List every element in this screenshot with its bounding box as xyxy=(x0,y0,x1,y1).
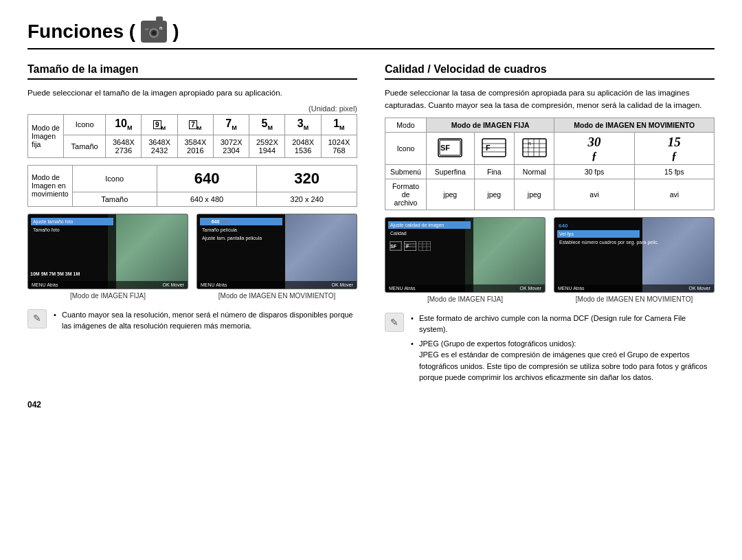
moving-tamano-header: Tamaño xyxy=(72,192,157,206)
formato-superfina: jpeg xyxy=(427,179,475,210)
svg-rect-1 xyxy=(150,23,156,27)
cam-icon-7m: 7M xyxy=(49,271,56,276)
icon-superfina: SF xyxy=(427,132,475,164)
svg-text:SF: SF xyxy=(440,144,450,152)
icon-30fps: 30ƒ xyxy=(554,132,634,164)
moving-mode-label: Modo deImagen enmovimiento xyxy=(28,165,73,206)
screenshot-label-fixed-right: [Modo de IMAGEN FIJA] xyxy=(385,295,546,303)
note-text-right: Este formato de archivo cumple con la no… xyxy=(411,313,715,386)
submenu-row-label: Submenú xyxy=(385,164,427,179)
cam-back-left: MENU Atrás xyxy=(32,282,58,287)
cam-back-moving-left: MENU Atrás xyxy=(201,282,227,287)
modo-col-header: Modo xyxy=(385,117,427,132)
cam-menu-item-mov-2: Tamaño película xyxy=(200,226,282,234)
quality-table: Modo Modo de IMAGEN FIJA Modo de IMAGEN … xyxy=(385,117,715,210)
screenshot-label-moving-left: [Modo de IMAGEN EN MOVIMIENTO] xyxy=(196,292,357,300)
cam-icon-3m: 3M xyxy=(65,271,72,276)
cam-icon-5m: 5M xyxy=(57,271,64,276)
mov-col-header: Modo de IMAGEN EN MOVIMIENTO xyxy=(554,117,715,132)
note-text-left: Cuanto mayor sea la resolución, menor se… xyxy=(54,309,357,335)
size-2592-1944: 2592X1944 xyxy=(249,135,285,157)
cam-footer-moving-right: MENU Atrás OK Mover xyxy=(554,284,714,292)
cam-icons-row-left: 10M 9M 7M 5M 3M 1M xyxy=(28,270,82,278)
icono-row-label: Icono xyxy=(385,132,427,164)
formato-fina: jpeg xyxy=(474,179,514,210)
screenshot-label-fixed-left: [Modo de IMAGEN FIJA] xyxy=(27,292,188,300)
cam-footer-left: MENU Atrás OK Mover xyxy=(28,281,188,289)
formato-row-label: Formato dearchivo xyxy=(385,179,427,210)
screenshot-fixed-right: Ajuste calidad de imagen Calidad SF F ME… xyxy=(385,217,546,303)
screenshot-moving-left: 640 640 320 Tamaño película Ajuste tam. … xyxy=(196,214,357,300)
cam-menu-item-qual-2: Calidad xyxy=(388,229,471,237)
fixed-image-table: Modo deImagenfija Icono 10M 9M 7M 7M 5M … xyxy=(27,114,357,157)
cam-screen-moving-left: 640 640 320 Tamaño película Ajuste tam. … xyxy=(196,214,357,289)
note-bullet-right-1: Este formato de archivo cumple con la no… xyxy=(411,313,715,335)
cam-move-moving-right: OK Mover xyxy=(688,286,710,291)
left-description: Puede seleccionar el tamaño de la imagen… xyxy=(27,87,357,99)
svg-point-4 xyxy=(152,31,156,35)
cam-menu-item-mov-1: 640 640 320 xyxy=(200,218,282,225)
unit-label: (Unidad: pixel) xyxy=(27,104,357,113)
note-bullet-right-2: JPEG (Grupo de expertos fotográficos uni… xyxy=(411,338,715,383)
note-bullet-left: Cuanto mayor sea la resolución, menor se… xyxy=(54,309,357,332)
icon-7m: 7M xyxy=(213,115,249,135)
size-3584-2016: 3584X2016 xyxy=(177,135,213,157)
cam-icon-10m: 10M xyxy=(30,271,40,276)
icon-normal: n xyxy=(515,132,554,164)
svg-text:SF: SF xyxy=(390,244,397,249)
submenu-superfina: Superfina xyxy=(427,164,475,179)
camera-icon: n xyxy=(141,21,167,43)
right-screenshots: Ajuste calidad de imagen Calidad SF F ME… xyxy=(385,217,715,303)
formato-30fps: avi xyxy=(554,179,634,210)
moving-icono-header: Icono xyxy=(72,165,157,192)
left-section-title: Tamaño de la imagen xyxy=(27,63,357,80)
moving-size-640: 640 x 480 xyxy=(157,192,257,206)
svg-text:n: n xyxy=(528,141,531,146)
page-title: Funciones ( n ) xyxy=(27,21,715,49)
left-column: Tamaño de la imagen Puede seleccionar el… xyxy=(27,63,357,386)
cam-menu-overlay-fixed-right: Ajuste calidad de imagen Calidad SF F xyxy=(385,218,473,292)
icon-5m: 5M xyxy=(249,115,285,135)
icon-640-moving: 640 xyxy=(157,165,257,192)
cam-screen-fixed-right: Ajuste calidad de imagen Calidad SF F ME… xyxy=(385,217,546,293)
svg-text:n: n xyxy=(159,25,162,30)
svg-rect-30 xyxy=(418,241,431,251)
cam-menu-overlay-moving-right: 640 Vel fps Establece número cuadros por… xyxy=(554,218,642,292)
submenu-15fps: 15 fps xyxy=(634,164,714,179)
note-icon-right: ✎ xyxy=(385,313,404,332)
icon-7m-box: 7M xyxy=(177,115,213,135)
cam-footer-moving-left: MENU Atrás OK Mover xyxy=(197,281,357,289)
cam-back-moving-right: MENU Atrás xyxy=(558,286,585,291)
cam-icon-1m: 1M xyxy=(74,271,80,276)
submenu-30fps: 30 fps xyxy=(554,164,634,179)
icon-1m: 1M xyxy=(321,115,357,135)
cam-move-moving-left: OK Mover xyxy=(331,282,353,287)
cam-menu-item-2: Tamaño foto xyxy=(31,226,113,234)
right-section-title: Calidad / Velocidad de cuadros xyxy=(385,63,715,80)
cam-screen-moving-right: 640 Vel fps Establece número cuadros por… xyxy=(554,217,715,293)
note-icon-left: ✎ xyxy=(27,309,47,328)
note-left: ✎ Cuanto mayor sea la resolución, menor … xyxy=(27,309,357,335)
icon-15fps: 15ƒ xyxy=(634,132,714,164)
screenshot-label-moving-right: [Modo de IMAGEN EN MOVIMIENTO] xyxy=(554,295,715,303)
svg-text:F: F xyxy=(486,144,491,152)
moving-image-table: Modo deImagen enmovimiento Icono 640 320… xyxy=(27,165,357,207)
cam-back-fixed-right: MENU Atrás xyxy=(389,286,416,291)
cam-menu-item-fps-2: Establece número cuadros por seg. para p… xyxy=(557,238,640,246)
screenshot-moving-right: 640 Vel fps Establece número cuadros por… xyxy=(554,217,715,303)
size-3072-2304: 3072X2304 xyxy=(213,135,249,157)
submenu-normal: Normal xyxy=(515,164,554,179)
icon-320-moving: 320 xyxy=(257,165,357,192)
title-text: Funciones ( xyxy=(27,21,135,43)
size-3648-2432: 3648X2432 xyxy=(142,135,177,157)
cam-move-fixed-right: OK Mover xyxy=(519,286,541,291)
formato-15fps: avi xyxy=(634,179,714,210)
icon-3m: 3M xyxy=(285,115,321,135)
cam-menu-overlay-moving-left: 640 640 320 Tamaño película Ajuste tam. … xyxy=(197,214,285,289)
right-column: Calidad / Velocidad de cuadros Puede sel… xyxy=(385,63,715,386)
left-screenshots: Ajuste tamaño foto Tamaño foto 10M 9M 7M… xyxy=(27,214,357,300)
cam-menu-overlay-left: Ajuste tamaño foto Tamaño foto 10M 9M 7M… xyxy=(28,214,116,289)
cam-move-left: OK Mover xyxy=(162,282,184,287)
fija-col-header: Modo de IMAGEN FIJA xyxy=(427,117,554,132)
submenu-fina: Fina xyxy=(474,164,514,179)
